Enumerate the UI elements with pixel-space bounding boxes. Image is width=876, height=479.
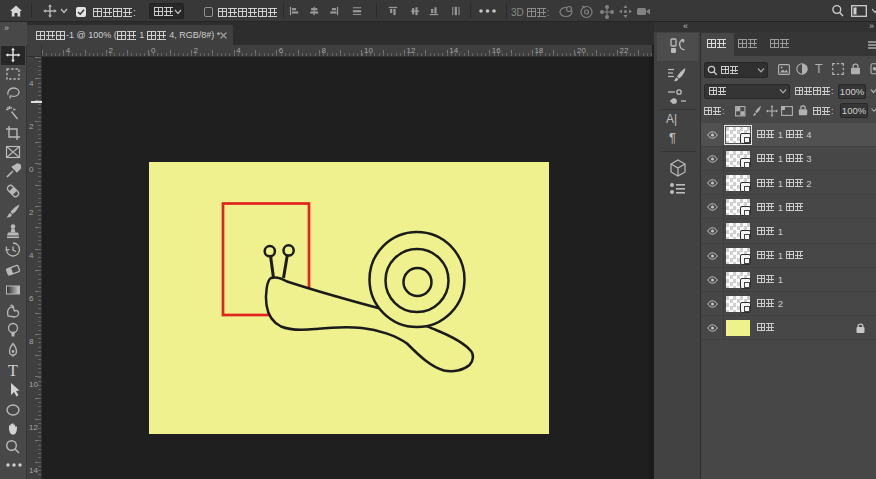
svg-text:T: T xyxy=(8,362,18,378)
